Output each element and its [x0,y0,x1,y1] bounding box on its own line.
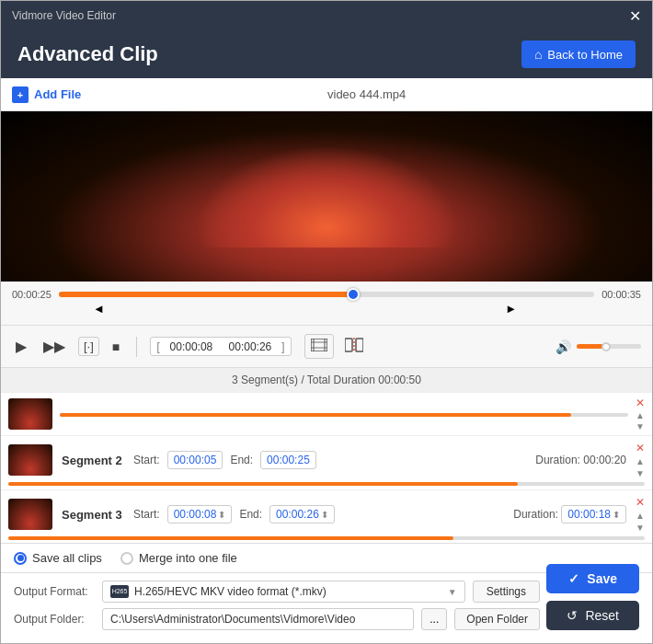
segment-2-progress [8,482,645,486]
split-segment-button[interactable] [341,334,367,359]
segment-3-up[interactable]: ▲ [636,511,645,521]
header: Advanced Clip ⌂ Back to Home [1,30,652,78]
segment-1-up[interactable]: ▲ [636,411,645,420]
play-button[interactable]: ▶ [12,336,30,357]
scrubber-row: 00:00:25 00:00:35 [12,289,641,300]
trim-left-handle[interactable]: ◄ [93,302,105,316]
svg-rect-6 [356,339,363,351]
segment-3-progress [8,536,645,540]
action-buttons: ✓ Save ↺ Reset [546,564,639,630]
folder-row: Output Folder: C:\Users\Administrator\Do… [14,608,639,630]
table-row: Segment 3 Start: 00:00:08 ⬍ End: 00:00:2… [1,490,652,544]
segment-2-progress-fill [8,482,518,486]
segment-2-label: Segment 2 [62,454,126,467]
page-title: Advanced Clip [17,42,158,66]
add-file-button[interactable]: + Add File [12,86,81,103]
save-all-radio[interactable] [14,552,27,565]
fire-visual [1,111,652,282]
trim-handles: ◄ ► [12,300,641,317]
bracket-left: [ [156,339,160,353]
segment-3-info: Segment 3 Start: 00:00:08 ⬍ End: 00:00:2… [62,505,626,523]
volume-slider[interactable] [577,344,641,349]
segment-1-close[interactable]: ✕ [636,397,645,409]
save-button[interactable]: ✓ Save [546,564,639,593]
format-select[interactable]: H265 H.265/HEVC MKV video format (*.mkv)… [102,581,465,603]
open-folder-button[interactable]: Open Folder [454,608,540,630]
segment-2-info: Segment 2 Start: 00:00:05 End: 00:00:25 … [62,451,626,469]
scrubber-bar: 00:00:25 00:00:35 ◄ ► [1,282,652,326]
add-file-label: Add File [34,87,81,101]
settings-button[interactable]: Settings [473,581,540,603]
divider-1 [136,337,137,357]
table-row: Segment 2 Start: 00:00:05 End: 00:00:25 … [1,436,652,490]
title-bar: Vidmore Video Editor ✕ [1,1,652,30]
segment-2-up[interactable]: ▲ [636,456,645,466]
segment-3-actions: ✕ ▲ ▼ [636,496,645,533]
end-time-input[interactable]: 00:00:26 [223,340,278,353]
segment-3-label: Segment 3 [62,508,126,522]
start-time-input[interactable]: 00:00:08 [164,340,219,353]
segment-2-end-time[interactable]: 00:00:25 [260,451,316,469]
browse-folder-button[interactable]: ... [421,608,447,630]
segment-3-end-label: End: [239,508,262,521]
segment-3-end-time[interactable]: 00:00:26 ⬍ [269,505,335,523]
segment-3-duration-section: Duration: 00:00:18⬍ [513,505,626,523]
svg-rect-5 [345,339,352,351]
back-home-label: Back to Home [547,48,623,62]
merge-into-one-option[interactable]: Merge into one file [120,551,237,565]
format-icon: H265 [110,585,129,598]
trim-right-handle[interactable]: ► [505,302,517,316]
save-all-clips-option[interactable]: Save all clips [14,551,102,565]
segment-2-start-time[interactable]: 00:00:05 [167,451,223,469]
segment-3-down[interactable]: ▼ [636,523,645,533]
merge-label: Merge into one file [139,551,237,565]
segment-3-start-time[interactable]: 00:00:08 ⬍ [167,505,233,523]
segment-2-down[interactable]: ▼ [636,468,645,478]
segments-header: 3 Segment(s) / Total Duration 00:00:50 [1,368,652,393]
scrubber-thumb[interactable] [347,288,360,301]
segment-1-down[interactable]: ▼ [636,422,645,431]
save-label: Save [587,571,617,586]
format-value: H.265/HEVC MKV video format (*.mkv) [134,585,442,598]
dropdown-arrow-icon: ▼ [448,587,457,597]
home-icon: ⌂ [534,47,542,62]
segment-3-close[interactable]: ✕ [636,496,645,509]
add-segment-button[interactable] [304,334,334,359]
stop-button[interactable]: ■ [109,338,123,356]
scrubber-start-time: 00:00:25 [12,289,52,300]
reset-label: Reset [585,608,619,623]
close-button[interactable]: ✕ [629,7,641,25]
volume-section: 🔊 [556,339,641,354]
reset-button[interactable]: ↺ Reset [546,601,639,630]
table-row: ✕ ▲ ▼ [1,393,652,436]
segment-2-thumb [8,444,52,476]
save-all-label: Save all clips [32,551,102,565]
back-home-button[interactable]: ⌂ Back to Home [521,40,636,68]
segment-2-duration-section: Duration: 00:00:20 [535,454,626,466]
merge-radio[interactable] [120,552,133,565]
segment-3-duration-box[interactable]: 00:00:18⬍ [561,505,626,523]
segment-1-thumb [8,398,52,430]
add-file-bar: + Add File video 444.mp4 [1,78,652,111]
segment-3-start-label: Start: [133,508,160,521]
bracket-right: ] [281,339,285,353]
segment-3-thumb [8,499,52,530]
bottom-area: Output Format: H265 H.265/HEVC MKV video… [1,573,652,643]
film-icons [304,334,367,359]
segment-1-progress [60,413,628,417]
segments-area: 3 Segment(s) / Total Duration 00:00:50 ✕… [1,368,652,544]
scrubber-end-time: 00:00:35 [601,289,641,300]
end-spinner[interactable]: ⬍ [321,510,328,520]
segment-2-close[interactable]: ✕ [636,442,645,454]
scrubber-track[interactable] [59,292,594,297]
step-forward-button[interactable]: ▶▶ [40,336,69,357]
add-file-icon: + [12,86,29,103]
segment-1-progress-fill [60,413,571,417]
start-spinner[interactable]: ⬍ [218,510,225,520]
trim-button[interactable]: [·] [78,337,99,356]
duration-spinner[interactable]: ⬍ [613,510,620,520]
folder-label: Output Folder: [14,613,95,626]
file-name: video 444.mp4 [327,87,406,101]
volume-thumb[interactable] [601,342,611,351]
format-row: Output Format: H265 H.265/HEVC MKV video… [14,581,639,603]
